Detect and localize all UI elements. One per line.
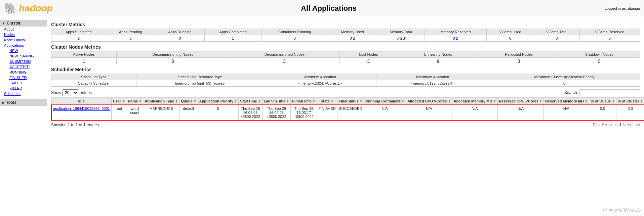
app-col-header-2[interactable]: Name ⇕ (126, 98, 143, 105)
cluster-node-metric-value-3[interactable]: 0 (340, 58, 397, 64)
pagination-1[interactable]: 1 (619, 123, 621, 127)
pagination-last[interactable]: Last (632, 123, 640, 127)
cluster-section: ▼ Cluster About Nodes Node Labels Applic… (0, 20, 47, 96)
cluster-metric-value-6[interactable]: 8 GB (377, 35, 425, 42)
app-col-header-11[interactable]: Running Containers ⇕ (364, 98, 406, 105)
scheduler-metric-value-3: <memory:8192, vCores:4> (376, 80, 489, 87)
sidebar-item-accepted[interactable]: ACCEPTED (5, 64, 47, 70)
app-queue-cell: default (179, 105, 198, 120)
cluster-metric-value-10[interactable]: 0 (579, 35, 640, 42)
cluster-node-metric-value-0[interactable]: 1 (51, 58, 117, 64)
cluster-node-metric-header-1: Decommissioning Nodes (116, 51, 229, 58)
pagination-next[interactable]: Next (623, 123, 631, 127)
app-col-header-3[interactable]: Application Type ⇕ (143, 98, 179, 105)
sort-icon-10: ⇕ (360, 100, 362, 103)
cluster-node-metric-value-5[interactable]: 0 (479, 58, 559, 64)
app-alloc-cpu-cell: N/A (406, 105, 452, 120)
app-col-header-14[interactable]: Reserved CPU VCores ⇕ (497, 98, 544, 105)
main-layout: ▼ Cluster About Nodes Node Labels Applic… (0, 17, 644, 216)
sidebar-item-scheduler[interactable]: Scheduler (0, 91, 47, 96)
cluster-header[interactable]: ▼ Cluster (0, 20, 47, 27)
pagination-first[interactable]: First (593, 123, 601, 127)
app-priority-cell: 0 (198, 105, 239, 120)
sort-icon-12: ⇕ (448, 100, 451, 103)
sidebar-item-submitted[interactable]: SUBMITTED (5, 59, 47, 64)
cluster-metric-header-10: VCores Reserved (579, 29, 640, 35)
search-label: Search: (564, 90, 578, 95)
cluster-node-metric-value-2[interactable]: 0 (229, 58, 340, 64)
app-reserved-cpu-cell: N/A (497, 105, 544, 120)
sidebar-item-node-labels[interactable]: Node Labels (0, 37, 47, 43)
search-box: Search: (564, 89, 640, 96)
app-final-status-cell: SUCCEEDED (337, 105, 364, 120)
sort-icon-1: ⇕ (122, 100, 125, 103)
app-col-header-7[interactable]: LaunchTime ⇕ (262, 98, 291, 105)
app-col-header-4[interactable]: Queue ⇕ (179, 98, 198, 105)
app-col-header-8[interactable]: FinishTime ⇕ (291, 98, 317, 105)
cluster-node-metric-header-0: Active Nodes (51, 51, 117, 58)
app-id-cell[interactable]: application_1664415098865_0001 (51, 105, 111, 120)
scheduler-metric-header-4: Maximum Cluster Application Priority (489, 74, 640, 80)
cluster-metric-value-1[interactable]: 0 (106, 35, 155, 42)
cluster-node-metric-value-6[interactable]: 0 (559, 58, 640, 64)
cluster-metric-header-8: VCores Used (487, 29, 534, 35)
entries-select[interactable]: 2050100 (63, 89, 78, 96)
cluster-metric-value-3[interactable]: 1 (205, 35, 261, 42)
scheduler-metric-header-1: Scheduling Resource Type (136, 74, 264, 80)
cluster-metric-value-4[interactable]: 0 (261, 35, 328, 42)
scheduler-metrics-title: Scheduler Metrics (51, 67, 640, 72)
sidebar-item-nodes[interactable]: Nodes (0, 32, 47, 37)
sort-icon-5: ⇕ (234, 100, 237, 103)
sort-icon-17: ⇕ (640, 100, 643, 103)
cluster-metric-header-0: Apps Submitted (51, 29, 106, 35)
sidebar-item-new[interactable]: NEW (5, 48, 47, 53)
cluster-metric-header-7: Memory Reserved (425, 29, 487, 35)
app-col-header-1[interactable]: User ⇕ (111, 98, 126, 105)
cluster-node-metric-value-4[interactable]: 0 (397, 58, 479, 64)
app-col-header-6[interactable]: StartTime ⇕ (239, 98, 263, 105)
sidebar-item-running[interactable]: RUNNING (5, 70, 47, 75)
cluster-metric-value-2[interactable]: 0 (155, 35, 204, 42)
cluster-nodes-metrics-title: Cluster Nodes Metrics (51, 44, 640, 50)
sidebar-item-about[interactable]: About (0, 27, 47, 32)
scheduler-metric-header-2: Minimum Allocation (264, 74, 376, 80)
cluster-metric-value-5[interactable]: 0 B (328, 35, 377, 42)
app-col-header-15[interactable]: Reserved Memory MB ⇕ (544, 98, 589, 105)
cluster-metric-value-9[interactable]: 8 (534, 35, 579, 42)
cluster-metric-header-3: Apps Completed (205, 29, 261, 35)
cluster-metric-header-4: Containers Running (261, 29, 328, 35)
sort-icon-8: ⇕ (313, 100, 315, 103)
cluster-metric-value-8[interactable]: 0 (487, 35, 534, 42)
cluster-metric-value-0[interactable]: 1 (51, 35, 106, 42)
app-col-header-17[interactable]: % of Cluster ⇕ (616, 98, 644, 105)
app-col-header-10[interactable]: FinalStatus ⇕ (337, 98, 364, 105)
cluster-node-metric-header-3: Lost Nodes (340, 51, 397, 58)
sort-icon-16: ⇕ (612, 100, 615, 103)
cluster-node-metric-value-1[interactable]: 0 (116, 58, 229, 64)
sort-icon-11: ⇕ (402, 100, 404, 103)
app-col-header-16[interactable]: % of Queue ⇕ (589, 98, 616, 105)
sidebar-item-new-saving[interactable]: NEW_SAVING (5, 53, 47, 59)
app-col-header-13[interactable]: Allocated Memory MB ⇕ (452, 98, 497, 105)
app-col-header-5[interactable]: Application Priority ⇕ (198, 98, 239, 105)
tools-header[interactable]: ▶ Tools (0, 99, 47, 106)
app-finish-cell: Thu Sep 29 16:03:17 +0800 2022 (291, 105, 317, 120)
app-col-header-9[interactable]: State ⇕ (317, 98, 337, 105)
pagination-previous[interactable]: Previous (602, 123, 618, 127)
sort-icon-13: ⇕ (493, 100, 496, 103)
sidebar-item-failed[interactable]: FAILED (5, 80, 47, 86)
cluster-metric-header-6: Memory Total (377, 29, 425, 35)
cluster-metric-header-2: Apps Running (155, 29, 204, 35)
top-bar: 🐘 hadoop All Applications Logged in as: … (0, 0, 644, 17)
sidebar: ▼ Cluster About Nodes Node Labels Applic… (0, 17, 47, 216)
logo: 🐘 hadoop (4, 2, 53, 15)
cluster-node-metric-header-2: Decommissioned Nodes (229, 51, 340, 58)
sidebar-item-applications[interactable]: Applications (0, 43, 47, 48)
cluster-metric-value-7[interactable]: 0 B (425, 35, 487, 42)
app-col-header-12[interactable]: Allocated CPU VCores ⇕ (406, 98, 452, 105)
scheduler-metric-value-4: 0 (489, 80, 640, 87)
app-col-header-0[interactable]: ID ⇕ (51, 98, 111, 105)
sidebar-item-killed[interactable]: KILLED (5, 86, 47, 91)
sidebar-item-finished[interactable]: FINISHED (5, 75, 47, 80)
search-input[interactable] (579, 89, 640, 96)
